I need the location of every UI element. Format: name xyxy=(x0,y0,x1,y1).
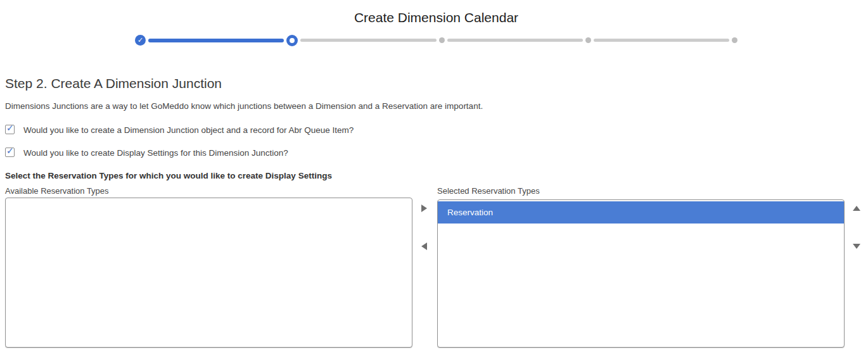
check-icon: ✓ xyxy=(137,37,143,44)
check-icon: ✓ xyxy=(6,146,14,156)
stepper-step-5-upcoming[interactable] xyxy=(732,37,737,43)
step-description: Dimensions Junctions are a way to let Go… xyxy=(5,101,483,111)
arrow-left-icon xyxy=(421,242,427,250)
display-settings-checkbox-label: Would you like to create Display Setting… xyxy=(23,148,288,158)
stepper-step-1-completed[interactable]: ✓ xyxy=(135,35,146,46)
move-left-button[interactable] xyxy=(419,241,429,251)
stepper-step-4-upcoming[interactable] xyxy=(585,37,591,43)
stepper-connector xyxy=(447,39,583,42)
stepper-connector xyxy=(594,39,729,42)
move-down-button[interactable] xyxy=(852,241,862,251)
arrow-down-icon xyxy=(853,244,860,249)
create-dimension-calendar-wizard: Create Dimension Calendar ✓ Step 2. Crea… xyxy=(0,0,868,359)
create-junction-checkbox[interactable]: ✓ xyxy=(5,125,15,134)
move-right-button[interactable] xyxy=(419,203,429,213)
move-up-button[interactable] xyxy=(852,203,862,213)
stepper-connector xyxy=(300,39,436,42)
list-item[interactable]: Reservation xyxy=(438,201,844,224)
arrow-up-icon xyxy=(853,206,860,211)
select-reservation-types-label: Select the Reservation Types for which y… xyxy=(5,171,332,180)
create-junction-checkbox-row: ✓ Would you like to create a Dimension J… xyxy=(5,125,354,135)
progress-stepper: ✓ xyxy=(135,34,737,46)
arrow-right-icon xyxy=(421,205,427,212)
step-heading: Step 2. Create A Dimension Junction xyxy=(5,76,222,91)
available-list-label: Available Reservation Types xyxy=(5,186,109,196)
stepper-connector xyxy=(148,39,284,42)
selected-reservation-types-list[interactable]: Reservation xyxy=(437,199,845,348)
page-title: Create Dimension Calendar xyxy=(135,10,737,25)
stepper-step-2-current[interactable] xyxy=(286,35,298,46)
available-reservation-types-list[interactable] xyxy=(5,198,412,348)
stepper-step-3-upcoming[interactable] xyxy=(439,37,445,43)
selected-list-label: Selected Reservation Types xyxy=(437,186,540,196)
check-icon: ✓ xyxy=(6,123,14,133)
create-junction-checkbox-label: Would you like to create a Dimension Jun… xyxy=(23,125,354,135)
display-settings-checkbox[interactable]: ✓ xyxy=(5,148,15,157)
display-settings-checkbox-row: ✓ Would you like to create Display Setti… xyxy=(5,148,288,158)
